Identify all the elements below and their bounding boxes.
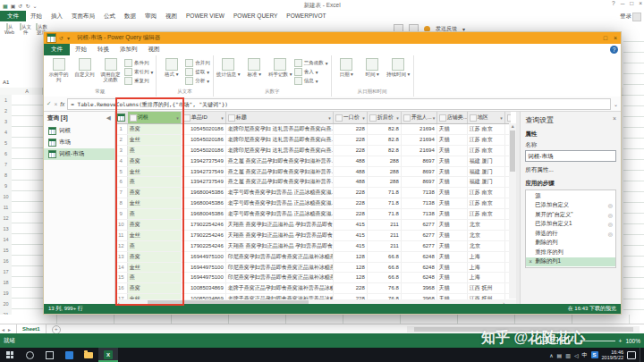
scroll-up-icon[interactable]: ▲	[509, 123, 516, 129]
sheet-nav-left-icon[interactable]: ◂	[0, 326, 6, 333]
sheet-nav-right-icon[interactable]: ▸	[6, 326, 13, 333]
query-list-item[interactable]: 词根	[44, 125, 114, 137]
query-name-input[interactable]: 词根-市场	[525, 150, 616, 162]
task-view-button[interactable]	[39, 348, 59, 362]
start-button[interactable]	[0, 348, 20, 362]
pq-ribbon-tab[interactable]: 文件	[44, 44, 70, 55]
statistics-button[interactable]: 统计信息 ▾	[216, 57, 241, 88]
time-button[interactable]: 时间 ▾	[360, 57, 385, 88]
pq-ribbon-tab[interactable]: 转换	[92, 44, 114, 55]
gear-icon[interactable]: ◎	[608, 202, 613, 208]
applied-step-item[interactable]: × 重排序的列 ◎	[526, 248, 615, 257]
excel-ribbon-tab[interactable]: POWER QUERY	[229, 11, 282, 21]
excel-ribbon-tab[interactable]: POWER VIEW	[182, 11, 229, 21]
delete-step-icon[interactable]: ×	[529, 258, 535, 265]
excel-taskbar-button[interactable]: X	[98, 348, 118, 362]
excel-ribbon-tab[interactable]: 文件	[0, 11, 26, 21]
close-icon[interactable]: ×	[639, 0, 642, 6]
applied-step-item[interactable]: × 筛选的行 ◎	[526, 229, 615, 239]
pinned-app-button[interactable]	[59, 348, 79, 362]
pq-restore-icon[interactable]: □	[604, 32, 607, 44]
filter-dropdown-icon[interactable]: ▾	[362, 115, 365, 121]
duration-button[interactable]: 持续时间 ▾	[386, 57, 411, 88]
column-header-price[interactable]: 一口价▾	[334, 112, 368, 123]
excel-ribbon-tab[interactable]: 公式	[99, 11, 120, 21]
applied-step-item[interactable]: × 删除的列1 ◎	[526, 257, 615, 267]
cancel-icon[interactable]: ×	[54, 101, 57, 107]
notification-center-icon[interactable]	[627, 351, 636, 359]
settings-close-icon[interactable]: ×	[613, 115, 616, 122]
excel-ribbon-tab[interactable]: 开始	[26, 11, 47, 21]
filter-dropdown-icon[interactable]: ▾	[221, 115, 224, 121]
query-list-item[interactable]: 市场	[44, 137, 114, 148]
format-button[interactable]: 格式 ▾	[159, 57, 183, 88]
applied-step-item[interactable]: × 源 ◎	[526, 191, 615, 201]
pq-ribbon-tab[interactable]: 添加列	[114, 44, 143, 55]
index-column-button[interactable]: 索引列 ▾	[124, 68, 153, 76]
from-web-button[interactable]: 从 Web	[2, 24, 17, 36]
volume-icon[interactable]: ◁	[574, 352, 579, 358]
ime-indicator[interactable]: 中	[582, 351, 588, 359]
filter-dropdown-icon[interactable]: ▾	[500, 115, 503, 121]
column-header-region[interactable]: 地区▾	[468, 112, 505, 123]
collapse-pane-icon[interactable]: ◀	[106, 114, 111, 122]
zoom-in-icon[interactable]: +	[619, 338, 623, 344]
invoke-custom-function-button[interactable]: 调用自定义函数	[98, 57, 123, 88]
vertical-scrollbar[interactable]: ▲	[509, 123, 516, 299]
restore-icon[interactable]: □	[630, 0, 633, 6]
duplicate-column-button[interactable]: 重复列	[124, 77, 153, 85]
gear-icon[interactable]: ◎	[608, 231, 613, 237]
show-desktop-button[interactable]	[640, 348, 642, 362]
applied-step-item[interactable]: × 展开的"自定义" ◎	[526, 210, 615, 220]
filter-dropdown-icon[interactable]: ▾	[396, 115, 399, 121]
gear-icon[interactable]: ◎	[608, 212, 613, 218]
custom-column-button[interactable]: 自定义列	[72, 57, 97, 88]
pq-close-icon[interactable]: ×	[614, 32, 617, 44]
from-file-button[interactable]: 从文件	[18, 24, 33, 36]
commit-icon[interactable]: ✓	[47, 100, 51, 107]
excel-ribbon-tab[interactable]: 视图	[161, 11, 182, 21]
pq-ribbon-tab[interactable]: 视图	[143, 44, 165, 55]
column-header-discount-price[interactable]: 折后价▾	[368, 112, 402, 123]
taskbar-clock[interactable]: 16:46 2019/5/22	[602, 349, 623, 360]
sogou-ime-icon[interactable]: S	[591, 351, 598, 358]
minimize-icon[interactable]: ─	[621, 0, 625, 6]
trigonometry-button[interactable]: 三角函数 ▾	[294, 59, 328, 67]
query-list-item[interactable]: 词根-市场	[44, 148, 114, 160]
parse-button[interactable]: 分析 ▾	[185, 77, 210, 85]
pq-ribbon-tab[interactable]: 开始	[70, 44, 92, 55]
battery-icon[interactable]: ▤	[557, 352, 563, 358]
scientific-button[interactable]: 科学记数 ▾	[268, 57, 292, 88]
excel-ribbon-tab[interactable]: 数据	[120, 11, 140, 21]
column-a-header[interactable]: A	[12, 88, 43, 95]
sign-in-button[interactable]: 登录	[620, 11, 631, 21]
tray-expand-icon[interactable]: ∧	[549, 352, 553, 358]
excel-ribbon-tab[interactable]: 页面布局	[67, 11, 99, 21]
column-header-title[interactable]: 标题▾	[226, 112, 334, 123]
column-header-shipping[interactable]: 邮费	[505, 112, 511, 123]
column-header-shop-type[interactable]: 店铺类...▾	[437, 112, 468, 123]
standard-button[interactable]: 标准 ▾	[242, 57, 267, 88]
vertical-scroll-thumb[interactable]	[510, 130, 515, 172]
conditional-column-button[interactable]: 条件列	[124, 59, 153, 67]
column-header-buyers[interactable]: 开批人...▾	[402, 112, 437, 123]
file-explorer-button[interactable]	[79, 348, 98, 362]
filter-dropdown-icon[interactable]: ▾	[433, 115, 436, 121]
gear-icon[interactable]: ◎	[608, 221, 613, 227]
formula-expand-icon[interactable]: ⌄	[614, 101, 618, 107]
add-sheet-icon[interactable]: +	[52, 325, 61, 334]
excel-ribbon-tab[interactable]: 插入	[47, 11, 67, 21]
zoom-level[interactable]: 100%	[625, 338, 640, 344]
network-icon[interactable]: ▥	[565, 352, 571, 358]
merge-columns-button[interactable]: 合并列	[185, 59, 210, 67]
excel-ribbon-tab[interactable]: POWERPIVOT	[282, 11, 330, 21]
filter-dropdown-icon[interactable]: ▾	[328, 115, 331, 121]
excel-ribbon-tab[interactable]: 审阅	[140, 11, 161, 21]
extract-button[interactable]: 提取 ▾	[185, 68, 210, 76]
name-box[interactable]: A1	[0, 79, 45, 87]
pq-help-icon[interactable]: ?	[610, 46, 618, 54]
pq-undo-icon[interactable]: ↺	[59, 35, 64, 41]
applied-step-item[interactable]: × 已添加自定义1 ◎	[526, 220, 615, 230]
column-from-examples-button[interactable]: 示例中的列	[47, 57, 71, 88]
rounding-button[interactable]: 舍入 ▾	[294, 68, 328, 76]
